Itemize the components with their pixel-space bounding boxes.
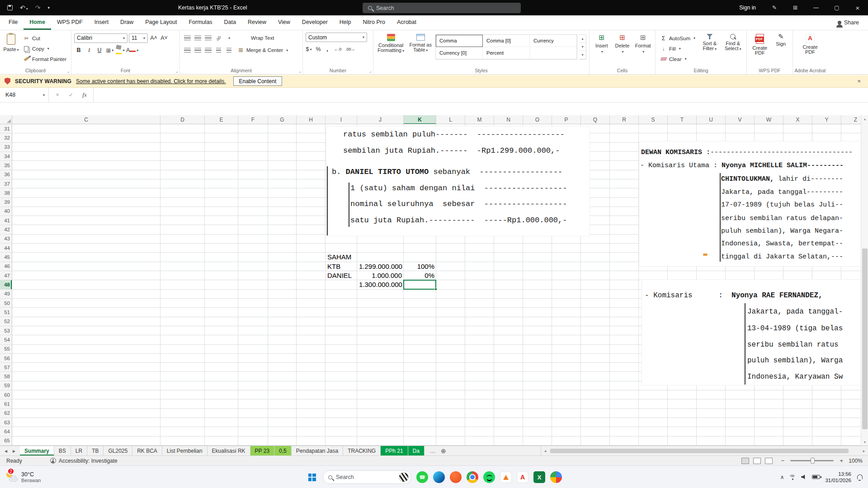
sheet-tab-rk-bca[interactable]: RK BCA (132, 446, 162, 455)
sheet-next-icon[interactable]: ▸ (13, 448, 15, 454)
dialog-launcher-icon[interactable]: ⌟ (299, 69, 301, 73)
embedded-document-image-right-top[interactable]: DEWAN KOMISARIS :-----------------------… (639, 141, 861, 266)
row-header-58[interactable]: 58 (0, 372, 12, 381)
increase-indent-button[interactable] (224, 46, 233, 55)
taskbar-search[interactable]: Search (323, 470, 411, 484)
decrease-decimal-button[interactable]: .00→ (345, 45, 355, 54)
row-header-59[interactable]: 59 (0, 381, 12, 390)
column-header-C[interactable]: C (12, 115, 160, 124)
vertical-scrollbar[interactable]: ▴ ▾ (861, 115, 868, 446)
row-header-64[interactable]: 64 (0, 427, 12, 436)
cell-style-currency[interactable]: Currency (530, 35, 577, 47)
column-header-M[interactable]: M (465, 115, 494, 124)
embedded-document-image-right-bottom[interactable]: - Komisaris : Nyonya RAE FERNANDEZ, Jaka… (642, 280, 861, 385)
share-button[interactable]: Share (829, 15, 868, 30)
titlebar-search[interactable]: Search (363, 3, 521, 13)
row-header-51[interactable]: 51 (0, 308, 12, 317)
enter-icon[interactable]: ✓ (64, 88, 78, 102)
accessibility-checker[interactable]: Accessibility: Investigate (50, 458, 118, 464)
scroll-left-icon[interactable]: ◂ (541, 449, 549, 453)
column-header-H[interactable]: H (297, 115, 326, 124)
gallery-up-icon[interactable]: ▴ (579, 35, 586, 43)
column-header-G[interactable]: G (268, 115, 297, 124)
sheet-tab-gl2025[interactable]: GL2025 (104, 446, 132, 455)
gallery-more-icon[interactable]: ▾ (579, 51, 586, 59)
comma-style-button[interactable]: , (325, 45, 330, 54)
accounting-format-button[interactable]: $▾ (306, 45, 312, 54)
row-header-33[interactable]: 33 (0, 143, 12, 152)
clear-button[interactable]: Clear▾ (658, 54, 697, 64)
sheet-tab-summary[interactable]: Summary (20, 446, 54, 455)
cell-I47[interactable]: DANIEL (326, 271, 357, 280)
row-header-42[interactable]: 42 (0, 225, 12, 234)
embedded-document-image-left[interactable]: ratus sembilan puluh------- ------------… (326, 127, 590, 236)
row-header-35[interactable]: 35 (0, 161, 12, 170)
align-center-button[interactable] (193, 46, 202, 55)
row-header-55[interactable]: 55 (0, 345, 12, 354)
enable-content-button[interactable]: Enable Content (233, 76, 283, 86)
cell-J48[interactable]: 1.300.000.000 (357, 280, 404, 289)
zoom-slider[interactable] (790, 460, 834, 461)
cell-J47[interactable]: 1.000.000 (357, 271, 404, 280)
cell-style-currency-0[interactable]: Currency [0] (436, 47, 483, 59)
ribbon-tab-help[interactable]: Help (334, 15, 357, 30)
wps-create-pdf-button[interactable]: CreatePDF (750, 33, 770, 56)
horizontal-scroll-thumb[interactable] (550, 449, 849, 453)
copy-button[interactable]: Copy▾ (21, 44, 68, 53)
cell-style-comma-0[interactable]: Comma [0] (483, 35, 530, 47)
column-header-P[interactable]: P (552, 115, 581, 124)
conditional-formatting-button[interactable]: ConditionalFormatting▾ (376, 33, 406, 60)
sheet-tab-0-5[interactable]: 0,5 (274, 446, 292, 455)
ink-icon[interactable]: ✎ (764, 0, 785, 15)
message-bar-close-icon[interactable]: × (857, 78, 868, 84)
name-box[interactable]: K48▾ (0, 88, 49, 102)
more-sheets-icon[interactable]: … (430, 448, 435, 454)
ribbon-tab-home[interactable]: Home (24, 15, 51, 30)
percent-style-button[interactable]: % (315, 45, 321, 54)
column-header-Y[interactable]: Y (812, 115, 841, 124)
cell-style-comma[interactable]: Comma (436, 35, 483, 47)
increase-font-button[interactable]: A˄ (149, 33, 158, 42)
column-header-W[interactable]: W (755, 115, 783, 124)
row-header-41[interactable]: 41 (0, 216, 12, 225)
row-header-60[interactable]: 60 (0, 390, 12, 399)
whatsapp-icon[interactable]: ☎ (416, 471, 428, 483)
merge-center-button[interactable]: ⊞Merge & Center▾ (236, 46, 290, 55)
security-details-link[interactable]: Some active content has been disabled. C… (76, 78, 226, 84)
spotify-icon[interactable] (483, 471, 495, 483)
column-header-K[interactable]: K (404, 115, 436, 124)
row-header-37[interactable]: 37 (0, 179, 12, 188)
sheet-tab-tracking[interactable]: TRACKING (343, 446, 381, 455)
ribbon-tab-insert[interactable]: Insert (89, 15, 114, 30)
row-header-46[interactable]: 46 (0, 262, 12, 271)
row-header-63[interactable]: 63 (0, 418, 12, 427)
ribbon-tab-nitro-pro[interactable]: Nitro Pro (357, 15, 391, 30)
column-header-V[interactable]: V (726, 115, 755, 124)
cut-button[interactable]: ✂Cut (21, 33, 68, 43)
format-cells-button[interactable]: ⊞ Format▾ (633, 33, 652, 55)
column-header-Z[interactable]: Z (841, 115, 861, 124)
new-sheet-button[interactable]: ⊕ (441, 447, 446, 455)
vertical-scroll-thumb[interactable] (862, 249, 868, 429)
acrobat-reader-icon[interactable]: A (517, 471, 528, 483)
taskbar-clock[interactable]: 13:56 31/01/2026 (825, 471, 851, 483)
row-header-36[interactable]: 36 (0, 170, 12, 179)
undo-button[interactable]: ↶▾ (20, 4, 28, 11)
font-color-button[interactable]: A▾ (126, 46, 138, 55)
column-header-O[interactable]: O (523, 115, 552, 124)
font-size-select[interactable]: 11▾ (129, 33, 148, 43)
restore-button[interactable]: ▢ (826, 0, 847, 15)
borders-button[interactable]: ⊞▾ (105, 46, 114, 55)
volume-icon[interactable] (801, 474, 807, 480)
page-layout-view-button[interactable] (753, 458, 761, 464)
row-header-32[interactable]: 32 (0, 133, 12, 142)
scroll-up-icon[interactable]: ▴ (861, 115, 868, 122)
row-header-54[interactable]: 54 (0, 335, 12, 344)
row-header-57[interactable]: 57 (0, 363, 12, 372)
delete-cells-button[interactable]: ⊞ Delete▾ (613, 33, 632, 55)
column-header-R[interactable]: R (610, 115, 639, 124)
fill-color-button[interactable]: ▾ (116, 46, 125, 55)
ribbon-tab-acrobat[interactable]: Acrobat (391, 15, 422, 30)
row-header-44[interactable]: 44 (0, 244, 12, 253)
row-header-49[interactable]: 49 (0, 290, 12, 299)
